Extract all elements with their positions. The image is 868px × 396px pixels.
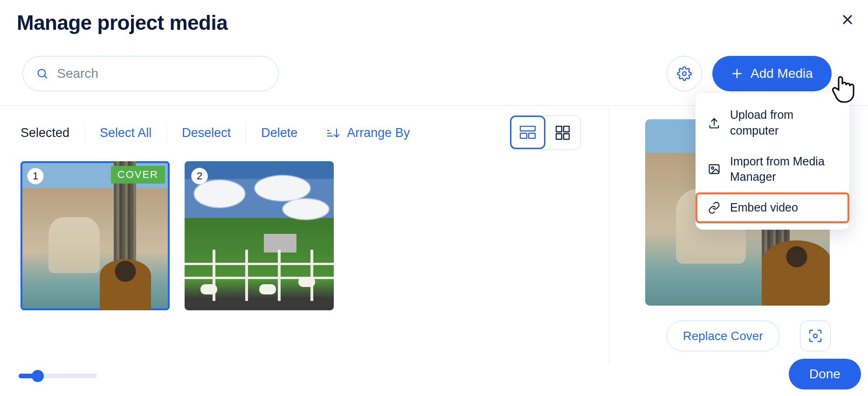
link-icon xyxy=(708,201,721,214)
replace-cover-label: Replace Cover xyxy=(683,329,763,343)
zoom-slider[interactable] xyxy=(19,374,97,378)
search-field[interactable] xyxy=(22,56,279,91)
view-grid-button[interactable] xyxy=(545,116,580,150)
media-index-badge: 1 xyxy=(27,168,44,184)
search-icon xyxy=(36,67,48,81)
svg-rect-17 xyxy=(564,134,569,139)
svg-rect-20 xyxy=(710,165,719,174)
plus-icon xyxy=(731,68,743,80)
close-icon xyxy=(841,13,854,26)
media-index-badge: 2 xyxy=(191,168,208,184)
add-media-label: Add Media xyxy=(751,66,813,81)
media-item[interactable]: 2 xyxy=(185,161,334,310)
selection-toolbar: Selected Select All Deselect Delete Arra… xyxy=(21,121,425,145)
select-all-button[interactable]: Select All xyxy=(85,121,166,145)
cover-badge: COVER xyxy=(111,166,165,184)
svg-rect-15 xyxy=(564,126,569,132)
selected-label: Selected xyxy=(21,121,84,145)
svg-point-2 xyxy=(38,69,46,77)
dropdown-item-label: Upload from computer xyxy=(730,107,837,139)
settings-button[interactable] xyxy=(667,56,702,91)
search-input[interactable] xyxy=(57,66,265,81)
divider xyxy=(609,108,609,364)
svg-rect-14 xyxy=(556,126,562,132)
done-label: Done xyxy=(809,367,840,382)
svg-rect-11 xyxy=(520,126,535,131)
add-media-dropdown: Upload from computer Import from Media M… xyxy=(696,93,849,230)
focal-point-button[interactable] xyxy=(800,321,831,351)
media-item[interactable]: 1 COVER xyxy=(21,161,170,310)
sort-icon xyxy=(327,128,340,139)
media-grid: 1 COVER 2 xyxy=(21,161,334,310)
pointer-cursor-icon xyxy=(831,74,856,106)
svg-point-21 xyxy=(711,167,714,170)
view-masonry-button[interactable] xyxy=(510,116,545,149)
delete-button[interactable]: Delete xyxy=(246,121,312,145)
masonry-icon xyxy=(520,126,536,139)
deselect-button[interactable]: Deselect xyxy=(167,121,246,145)
dropdown-item-upload-computer[interactable]: Upload from computer xyxy=(696,100,849,146)
arrange-by-label: Arrange By xyxy=(347,126,410,140)
image-icon xyxy=(708,163,721,176)
dropdown-item-embed-video[interactable]: Embed video xyxy=(696,192,849,223)
svg-rect-12 xyxy=(520,133,527,138)
dropdown-item-import-media-manager[interactable]: Import from Media Manager xyxy=(696,146,849,193)
upload-icon xyxy=(708,116,721,130)
close-button[interactable] xyxy=(838,10,857,29)
add-media-button[interactable]: Add Media xyxy=(712,56,832,91)
arrange-by-button[interactable]: Arrange By xyxy=(312,121,425,145)
replace-cover-button[interactable]: Replace Cover xyxy=(667,321,779,351)
svg-line-3 xyxy=(44,76,47,78)
dropdown-item-label: Embed video xyxy=(730,200,837,216)
gear-icon xyxy=(677,66,692,81)
svg-rect-16 xyxy=(556,134,562,139)
svg-point-18 xyxy=(813,334,817,338)
slider-knob[interactable] xyxy=(32,370,44,382)
dropdown-item-label: Import from Media Manager xyxy=(730,154,837,185)
view-mode-toggle xyxy=(510,116,581,150)
done-button[interactable]: Done xyxy=(789,359,861,389)
svg-point-4 xyxy=(682,72,686,75)
grid-icon xyxy=(556,126,570,140)
page-title: Manage project media xyxy=(17,11,227,34)
svg-rect-13 xyxy=(529,133,535,138)
focal-point-icon xyxy=(808,328,823,343)
